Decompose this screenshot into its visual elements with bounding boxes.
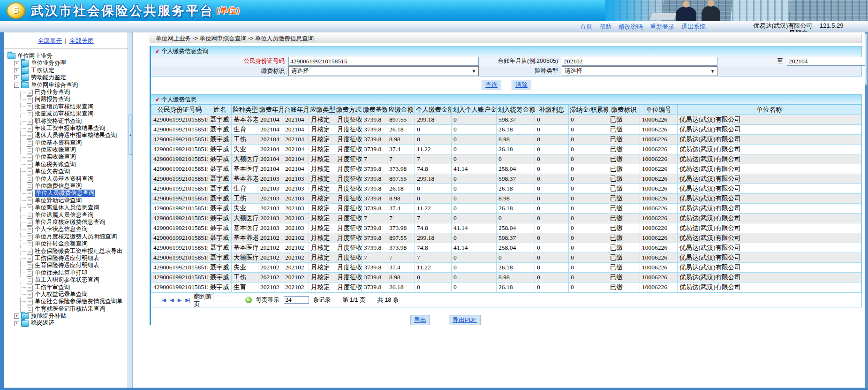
- sidebar-item-label[interactable]: 单位欠费查询: [35, 168, 70, 175]
- sidebar-item[interactable]: 批量增员审核结果查询: [20, 103, 127, 110]
- sidebar-item[interactable]: 单位往来结算单打印: [20, 269, 127, 276]
- sidebar-item-label[interactable]: 个人权益记录单查询: [35, 291, 88, 298]
- sidebar-item-label[interactable]: 员工入职前参保状态查询: [35, 276, 99, 283]
- ins-type-select[interactable]: 请选择 ▼: [562, 66, 717, 76]
- sidebar-item[interactable]: 个人卡状态信息查询: [20, 226, 127, 233]
- sidebar-item[interactable]: 单位社会保险参保缴费情况查询单: [20, 298, 127, 305]
- sidebar-item-label[interactable]: 单位社会保险参保缴费情况查询单: [35, 298, 123, 305]
- collapse-minus-icon[interactable]: −: [14, 83, 19, 88]
- scrollbar-thumb[interactable]: [865, 33, 868, 85]
- sidebar-item[interactable]: 单位月度核定缴费信息查询: [20, 219, 127, 226]
- sidebar-item-label[interactable]: 稳岗返还: [31, 320, 54, 327]
- sidebar-item[interactable]: 单位缴费信息查询: [20, 183, 127, 190]
- sidebar-item-label[interactable]: 生育保险待遇应付明细表: [35, 262, 99, 269]
- sidebar-item[interactable]: 问题报告查询: [20, 96, 127, 103]
- expand-plus-icon[interactable]: +: [14, 61, 19, 66]
- sidebar-item-label[interactable]: 生育就医登记审核结果查询: [35, 306, 105, 313]
- nav-link[interactable]: 帮助: [599, 23, 611, 31]
- sidebar-item-label[interactable]: 技能提升补贴: [31, 313, 66, 320]
- sidebar-item-label[interactable]: 问题报告查询: [35, 96, 70, 103]
- expand-plus-icon[interactable]: +: [14, 75, 19, 80]
- sidebar-item[interactable]: 员工入职前参保状态查询: [20, 276, 127, 283]
- sidebar-item-label[interactable]: 退休人员待遇申报审核结果查询: [35, 132, 117, 139]
- sidebar-item-label[interactable]: 批量减员审核结果查询: [35, 110, 93, 117]
- sidebar-item-label[interactable]: 职称资格证书查询: [35, 118, 82, 125]
- id-number-input[interactable]: [288, 57, 479, 66]
- nav-link[interactable]: 首页: [580, 23, 592, 31]
- sidebar-folder[interactable]: +工伤认定: [14, 67, 127, 74]
- period-to-input[interactable]: [787, 57, 865, 66]
- sidebar-item[interactable]: 生育保险待遇应付明细表: [20, 262, 127, 269]
- sidebar-item[interactable]: 单位实收账查询: [20, 153, 127, 161]
- expand-plus-icon[interactable]: +: [14, 314, 19, 319]
- prev-page-icon[interactable]: ◀: [170, 297, 173, 303]
- first-page-icon[interactable]: |◀: [161, 297, 166, 303]
- sidebar-item[interactable]: 职称资格证书查询: [20, 118, 127, 125]
- expand-plus-icon[interactable]: +: [14, 68, 19, 73]
- sidebar-item-label[interactable]: 单位实收账查询: [35, 153, 76, 161]
- refresh-icon[interactable]: ↻: [245, 297, 252, 303]
- sidebar-item-label[interactable]: 工伤认定: [31, 67, 54, 74]
- sidebar-item-label[interactable]: 劳动能力鉴定: [31, 74, 66, 81]
- sidebar-item[interactable]: 生育就医登记审核结果查询: [20, 306, 127, 313]
- sidebar-item-label[interactable]: 单位遗属人员信息查询: [35, 212, 93, 219]
- sidebar-item-label[interactable]: 工伤年审查询: [35, 284, 70, 291]
- sidebar-item-label[interactable]: 年度工资申报审核结果查询: [35, 125, 105, 132]
- sidebar-item-label[interactable]: 单位月度核定缴费人员明细查询: [35, 233, 117, 240]
- sidebar-item-label[interactable]: 单位离退休人员信息查询: [35, 204, 99, 211]
- sidebar-item[interactable]: 单位待转金余额查询: [20, 240, 127, 247]
- sidebar-item-label[interactable]: 单位业务办理: [31, 60, 66, 67]
- sidebar-folder[interactable]: +劳动能力鉴定: [14, 74, 127, 81]
- sidebar-item-label[interactable]: 单位基本资料查询: [35, 139, 82, 146]
- collapse-handle-icon[interactable]: ◂: [128, 115, 132, 155]
- expand-plus-icon[interactable]: +: [14, 321, 19, 326]
- sidebar-item[interactable]: 单位欠费查询: [20, 168, 127, 175]
- sidebar-item[interactable]: 单位异动记录查询: [20, 197, 127, 204]
- vertical-scrollbar[interactable]: [865, 32, 868, 388]
- sidebar-folder[interactable]: +单位业务办理: [14, 60, 127, 67]
- pay-flag-select[interactable]: 请选择 ▼: [288, 66, 479, 76]
- export-button[interactable]: 导出: [410, 315, 430, 325]
- sidebar-item[interactable]: 单位基本资料查询: [20, 139, 127, 146]
- nav-link[interactable]: 重新登录: [650, 23, 674, 31]
- sidebar-item-label[interactable]: 单位应收账查询: [35, 146, 76, 153]
- sidebar-item-label[interactable]: 单位人员缴费信息查询: [35, 190, 95, 197]
- sidebar-item[interactable]: 工伤保险待遇应付明细表: [20, 255, 127, 262]
- sidebar-item[interactable]: 单位人员缴费信息查询: [20, 190, 127, 197]
- page-size-input[interactable]: [284, 296, 309, 304]
- next-page-icon[interactable]: ▶: [178, 297, 181, 303]
- sidebar-item-label[interactable]: 批量增员审核结果查询: [35, 103, 93, 110]
- sidebar-collapse-bar[interactable]: ◂: [128, 32, 133, 388]
- sidebar-item[interactable]: 年度工资申报审核结果查询: [20, 125, 127, 132]
- sidebar-item-label[interactable]: 个人卡状态信息查询: [35, 226, 88, 233]
- sidebar-item-label[interactable]: 单位待转金余额查询: [35, 240, 88, 247]
- sidebar-folder[interactable]: 单位网上业务: [8, 53, 127, 60]
- sidebar-item[interactable]: 单位月度核定缴费人员明细查询: [20, 233, 127, 240]
- sidebar-item-label[interactable]: 单位人员基本资料查询: [35, 176, 93, 183]
- sidebar-item[interactable]: 工伤年审查询: [20, 284, 127, 291]
- sidebar-item-label[interactable]: 单位往来结算单打印: [35, 269, 88, 276]
- sidebar-item-label[interactable]: 单位网申综合查询: [31, 82, 78, 89]
- sidebar-item-label[interactable]: 单位税务账查询: [35, 161, 76, 168]
- nav-link[interactable]: 退出系统: [681, 23, 706, 31]
- sidebar-item-label[interactable]: 已办业务查询: [35, 89, 70, 96]
- sidebar-item[interactable]: 单位应收账查询: [20, 146, 127, 153]
- goto-page-input[interactable]: [213, 293, 239, 301]
- sidebar-item[interactable]: 单位离退休人员信息查询: [20, 204, 127, 211]
- sidebar-folder[interactable]: +技能提升补贴: [14, 313, 127, 320]
- sidebar-item[interactable]: 批量减员审核结果查询: [20, 110, 127, 117]
- sidebar-item[interactable]: 单位税务账查询: [20, 161, 127, 168]
- sidebar-item-label[interactable]: 单位月度核定缴费信息查询: [35, 219, 105, 226]
- sidebar-item-label[interactable]: 社会保险缴费工资申报汇总表导出: [35, 248, 123, 255]
- clear-button[interactable]: 清除: [512, 80, 531, 90]
- sidebar-folder[interactable]: −单位网申综合查询: [14, 82, 127, 89]
- sidebar-item[interactable]: 单位遗属人员信息查询: [20, 212, 127, 219]
- sidebar-item-label[interactable]: 单位异动记录查询: [35, 197, 82, 204]
- sidebar-item[interactable]: 单位人员基本资料查询: [20, 176, 127, 183]
- sidebar-item[interactable]: 已办业务查询: [20, 89, 127, 96]
- sidebar-item-label[interactable]: 单位缴费信息查询: [35, 183, 82, 190]
- collapse-all-link[interactable]: 全部关闭: [69, 37, 94, 44]
- expand-all-link[interactable]: 全部展开: [38, 37, 62, 44]
- sidebar-item-label[interactable]: 工伤保险待遇应付明细表: [35, 255, 99, 262]
- sidebar-item[interactable]: 个人权益记录单查询: [20, 291, 127, 298]
